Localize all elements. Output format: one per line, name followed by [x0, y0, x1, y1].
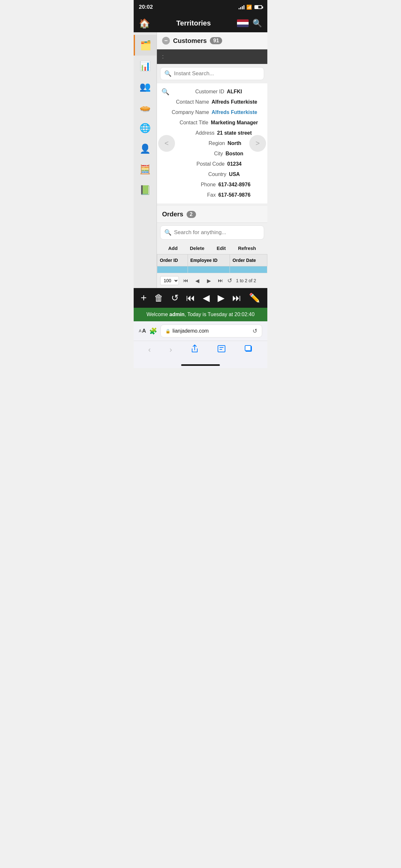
- folders-icon: 🗂️: [139, 38, 153, 52]
- next-arrow[interactable]: >: [249, 135, 266, 152]
- orders-title: Orders: [162, 211, 183, 218]
- detail-row-phone: Phone 617-342-8976: [162, 180, 262, 190]
- orders-section-header: Orders 2: [157, 206, 267, 223]
- edit-record-btn[interactable]: ✏️: [249, 292, 260, 303]
- fax-label: Fax: [174, 192, 216, 198]
- first-page-btn[interactable]: ⏮: [181, 276, 190, 285]
- orders-section: Orders 2 🔍 Add Delete Edit Refresh Order…: [157, 206, 267, 288]
- pie-icon: 🥧: [138, 100, 152, 114]
- bottom-toolbar: + 🗑 ↺ ⏮ ◀ ▶ ⏭ ✏️: [134, 288, 267, 308]
- home-bar: [181, 364, 220, 366]
- book-icon: 📗: [138, 183, 152, 197]
- region-label: Region: [183, 141, 225, 146]
- text-size-control[interactable]: A A: [139, 328, 146, 334]
- share-icon[interactable]: [191, 344, 198, 355]
- search-nav-icon[interactable]: 🔍: [252, 19, 262, 28]
- customers-search-bar[interactable]: 🔍: [160, 67, 264, 80]
- sidebar-item-charts[interactable]: 📊: [134, 56, 157, 76]
- sidebar-item-users2[interactable]: 👤: [134, 138, 157, 159]
- next-page-btn[interactable]: ▶: [204, 276, 214, 285]
- phone-value: 617-342-8976: [218, 182, 251, 188]
- detail-row-country: Country USA: [162, 169, 262, 180]
- fwd-btn[interactable]: ▶: [218, 292, 225, 303]
- orders-search-bar[interactable]: 🔍: [160, 225, 264, 240]
- country-value: USA: [229, 172, 240, 177]
- orders-search-icon: 🔍: [164, 229, 172, 236]
- wifi-icon: 📶: [246, 4, 252, 10]
- globe-icon: 🌐: [138, 121, 152, 135]
- customers-collapse-btn[interactable]: −: [162, 37, 170, 44]
- reload-icon[interactable]: ↺: [252, 328, 257, 335]
- prev-page-btn[interactable]: ◀: [192, 276, 202, 285]
- delete-record-btn[interactable]: 🗑: [154, 292, 163, 303]
- url-bar[interactable]: 🔒 lianjademo.com ↺: [160, 324, 262, 337]
- sidebar-item-book[interactable]: 📗: [134, 180, 157, 200]
- sidebar-item-pie[interactable]: 🥧: [134, 97, 157, 118]
- sidebar-item-people[interactable]: 👥: [134, 76, 157, 97]
- flag-icon[interactable]: [237, 20, 249, 27]
- safari-nav: ‹ ›: [134, 341, 267, 362]
- detail-row-address: Address 21 state street: [162, 128, 262, 138]
- companyname-value[interactable]: Alfreds Futterkiste: [212, 110, 257, 115]
- col-order-id: Order ID: [157, 254, 188, 267]
- back-btn[interactable]: ◀: [203, 292, 210, 303]
- sidebar-item-globe[interactable]: 🌐: [134, 118, 157, 138]
- skip-back-btn[interactable]: ⏮: [186, 292, 195, 303]
- contacttitle-label: Contact Title: [166, 120, 208, 126]
- country-label: Country: [184, 172, 226, 177]
- customerid-label: Customer ID: [182, 89, 224, 95]
- status-icons: 📶: [239, 4, 262, 10]
- browser-fwd-btn[interactable]: ›: [169, 345, 172, 354]
- sidebar-item-folders[interactable]: 🗂️: [134, 35, 157, 56]
- status-bar: 20:02 📶: [134, 0, 267, 14]
- text-size-large: A: [142, 328, 146, 334]
- delete-button[interactable]: Delete: [190, 245, 204, 251]
- prev-arrow[interactable]: <: [158, 135, 175, 152]
- bookmarks-icon[interactable]: [217, 345, 226, 354]
- cell-order-date: [230, 267, 267, 273]
- home-icon[interactable]: 🏠: [139, 18, 150, 29]
- tabs-icon[interactable]: [244, 345, 253, 354]
- content-area: − Customers 91 : 🔍 🔍 Customer ID ALFKI C…: [157, 32, 267, 288]
- orders-badge: 2: [187, 211, 196, 218]
- calc-icon: 🧮: [138, 162, 152, 176]
- detail-search-icon[interactable]: 🔍: [161, 88, 169, 96]
- col-employee-id: Employee ID: [188, 254, 230, 267]
- cell-employee-id: [188, 267, 230, 273]
- table-row[interactable]: [157, 267, 267, 273]
- orders-search-input[interactable]: [174, 229, 260, 236]
- dark-bar: :: [157, 50, 267, 64]
- add-record-btn[interactable]: +: [141, 292, 147, 304]
- page-size-select[interactable]: 100 50 25: [160, 276, 179, 285]
- customerid-value: ALFKI: [227, 89, 242, 95]
- skip-fwd-btn[interactable]: ⏭: [232, 292, 241, 303]
- fax-value: 617-567-9876: [218, 192, 251, 198]
- edit-button[interactable]: Edit: [217, 245, 226, 251]
- cell-order-id: [157, 267, 188, 273]
- address-value: 21 state street: [217, 130, 252, 136]
- table-toolbar: Add Delete Edit Refresh: [157, 242, 267, 254]
- refresh-button[interactable]: Refresh: [238, 245, 256, 251]
- detail-row-region: Region North: [162, 138, 262, 149]
- detail-row-customerid: Customer ID ALFKI: [162, 87, 262, 97]
- detail-row-postalcode: Postal Code 01234: [162, 159, 262, 169]
- extensions-icon[interactable]: 🧩: [149, 327, 157, 335]
- last-page-btn[interactable]: ⏭: [216, 276, 225, 285]
- home-indicator: [134, 362, 267, 368]
- phone-label: Phone: [174, 182, 216, 188]
- customers-section-header: − Customers 91: [157, 32, 267, 50]
- browser-back-btn[interactable]: ‹: [148, 345, 151, 354]
- page-title: Territories: [176, 19, 211, 27]
- orders-table: Order ID Employee ID Order Date: [157, 254, 267, 273]
- undo-btn[interactable]: ↺: [171, 292, 179, 303]
- postalcode-label: Postal Code: [183, 161, 225, 167]
- table-header-row: Order ID Employee ID Order Date: [157, 254, 267, 267]
- customers-search-input[interactable]: [174, 70, 260, 77]
- pagination-refresh-icon[interactable]: ↺: [227, 277, 232, 284]
- region-value: North: [227, 141, 242, 146]
- companyname-label: Company Name: [167, 110, 209, 115]
- nav-right: 🔍: [237, 19, 262, 28]
- customers-search-icon: 🔍: [164, 70, 172, 77]
- sidebar-item-calc[interactable]: 🧮: [134, 159, 157, 180]
- add-button[interactable]: Add: [168, 245, 178, 251]
